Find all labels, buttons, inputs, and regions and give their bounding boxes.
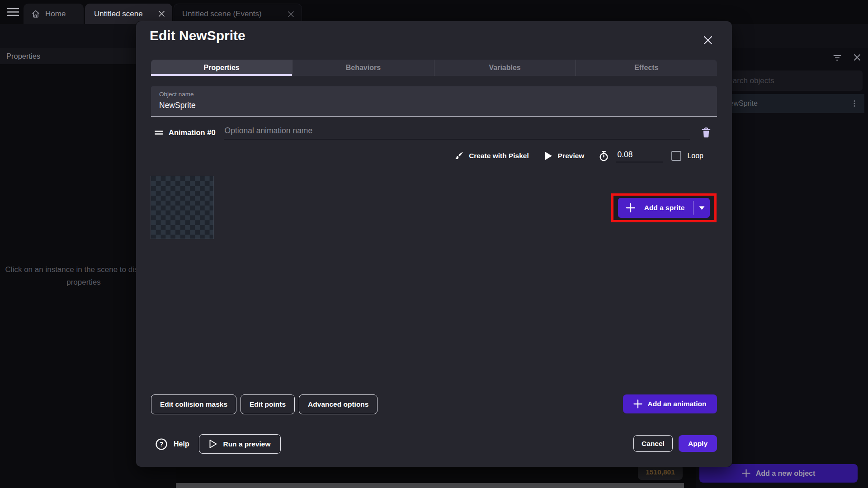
button-label: Add a new object xyxy=(756,469,816,478)
advanced-options-button[interactable]: Advanced options xyxy=(299,394,377,414)
animation-label: Animation #0 xyxy=(169,128,216,137)
menu-icon[interactable] xyxy=(7,8,19,16)
panel-title: Properties xyxy=(6,52,40,61)
animation-name-input[interactable] xyxy=(224,126,690,139)
preview-button[interactable]: Preview xyxy=(544,151,585,160)
gdevelop-window: Home Untitled scene Untitled scene (Even… xyxy=(0,0,868,488)
delete-animation-icon[interactable] xyxy=(701,127,712,139)
tab-behaviors[interactable]: Behaviors xyxy=(292,60,434,76)
button-label: Add an animation xyxy=(647,400,706,408)
drag-handle-icon[interactable] xyxy=(155,130,163,135)
plus-icon xyxy=(633,399,642,408)
edit-points-button[interactable]: Edit points xyxy=(241,394,295,414)
field-value: NewSprite xyxy=(159,101,196,110)
dialog-tabbar: Properties Behaviors Variables Effects xyxy=(151,60,717,76)
loop-checkbox[interactable] xyxy=(671,151,681,161)
close-panel-icon[interactable] xyxy=(853,53,861,61)
close-icon[interactable] xyxy=(158,10,165,17)
brush-icon xyxy=(453,150,464,161)
filter-icon[interactable] xyxy=(833,54,842,62)
empty-sprite-thumbnail xyxy=(151,176,214,239)
highlight-annotation: Add a sprite xyxy=(611,193,717,222)
plus-icon xyxy=(742,469,750,478)
topbar: Home Untitled scene Untitled scene (Even… xyxy=(0,0,868,24)
plus-icon xyxy=(626,203,636,213)
close-icon[interactable] xyxy=(288,11,294,18)
tab-effects[interactable]: Effects xyxy=(576,60,717,76)
scene-canvas-edge xyxy=(176,483,684,488)
tab-label: Untitled scene (Events) xyxy=(182,9,262,19)
timer-icon xyxy=(598,150,610,162)
run-a-preview-button[interactable]: Run a preview xyxy=(199,434,281,454)
cursor-coordinates-badge: 1510,801 xyxy=(638,465,683,480)
time-between-frames-input[interactable] xyxy=(616,150,663,162)
sprite-edit-actions: Edit collision masks Edit points Advance… xyxy=(151,394,377,414)
play-outline-icon xyxy=(209,439,217,449)
close-icon[interactable] xyxy=(702,34,714,46)
field-label: Object name xyxy=(159,91,194,98)
tab-properties[interactable]: Properties xyxy=(151,60,292,76)
edit-collision-masks-button[interactable]: Edit collision masks xyxy=(151,394,236,414)
object-name-field[interactable]: Object name NewSprite xyxy=(151,86,717,117)
cancel-button[interactable]: Cancel xyxy=(633,435,673,452)
edit-object-dialog: Edit NewSprite Properties Behaviors Vari… xyxy=(136,21,732,467)
loop-label: Loop xyxy=(687,152,703,160)
tab-variables[interactable]: Variables xyxy=(434,60,576,76)
kebab-menu-icon[interactable] xyxy=(851,100,858,107)
button-label: Preview xyxy=(558,152,585,160)
tab-label: Home xyxy=(45,9,66,19)
apply-button[interactable]: Apply xyxy=(679,435,717,452)
create-with-piskel-button[interactable]: Create with Piskel xyxy=(453,150,529,161)
animation-row: Animation #0 xyxy=(151,122,712,142)
add-a-sprite-button[interactable]: Add a sprite xyxy=(618,198,710,218)
add-an-animation-button[interactable]: Add an animation xyxy=(623,394,717,413)
help-icon[interactable]: ? xyxy=(155,438,168,450)
chevron-down-icon[interactable] xyxy=(693,206,710,210)
animation-tools-row: Create with Piskel Preview Loop xyxy=(151,147,703,165)
button-label: Create with Piskel xyxy=(469,152,529,160)
svg-text:?: ? xyxy=(160,441,164,448)
help-label[interactable]: Help xyxy=(174,440,189,448)
tab-home[interactable]: Home xyxy=(24,4,84,24)
button-label: Run a preview xyxy=(223,440,270,448)
button-label: Add a sprite xyxy=(636,204,693,212)
add-new-object-button[interactable]: Add a new object xyxy=(699,464,858,483)
home-icon xyxy=(31,9,41,19)
play-icon xyxy=(544,151,552,160)
tab-label: Untitled scene xyxy=(94,9,143,19)
dialog-title: Edit NewSprite xyxy=(150,28,245,43)
